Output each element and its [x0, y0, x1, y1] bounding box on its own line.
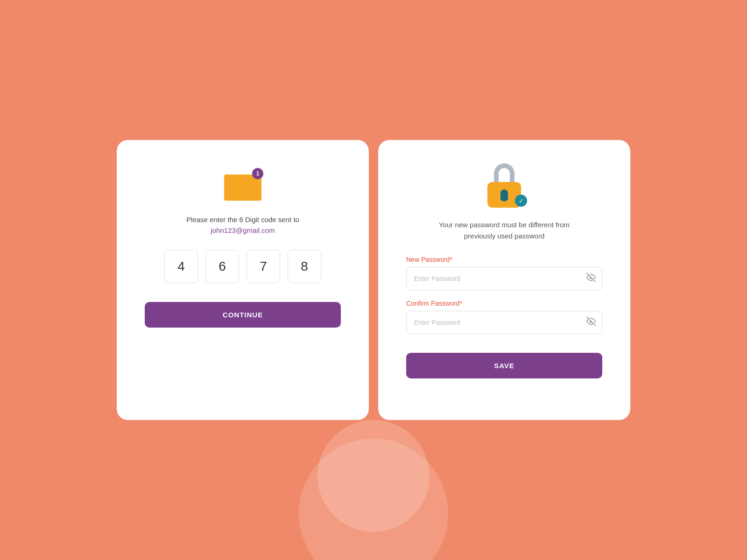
- continue-button[interactable]: CONTINUE: [145, 302, 341, 328]
- lock-keyhole: [500, 189, 508, 201]
- new-password-label: New Password*: [406, 256, 602, 263]
- new-password-group: New Password*: [406, 256, 602, 290]
- new-password-input[interactable]: [406, 267, 602, 290]
- envelope-icon: 1: [224, 168, 261, 201]
- password-card: ✓ Your new password must be different fr…: [378, 140, 630, 420]
- confirm-password-label: Confirm Password*: [406, 300, 602, 307]
- otp-digit-2[interactable]: 6: [205, 250, 239, 283]
- lock-icon-container: ✓: [483, 163, 525, 208]
- confirm-password-wrapper: [406, 311, 602, 334]
- password-description: Your new password must be different from…: [430, 219, 579, 242]
- confirm-password-group: Confirm Password*: [406, 300, 602, 334]
- notification-badge: 1: [252, 168, 263, 179]
- otp-inputs: 4 6 7 8: [164, 250, 321, 283]
- otp-digit-1[interactable]: 4: [164, 250, 198, 283]
- lock-check-badge: ✓: [515, 195, 527, 207]
- otp-email: john123@gmail.com: [211, 226, 275, 234]
- otp-digit-3[interactable]: 7: [247, 250, 280, 283]
- new-password-eye-icon[interactable]: [586, 273, 596, 285]
- otp-digit-4[interactable]: 8: [288, 250, 321, 283]
- save-button[interactable]: SAVE: [406, 353, 602, 378]
- otp-card: 1 Please enter the 6 Digit code sent to …: [117, 140, 369, 420]
- cards-container: 1 Please enter the 6 Digit code sent to …: [117, 140, 630, 420]
- password-form: New Password* Confirm Password*: [406, 256, 602, 378]
- confirm-password-eye-icon[interactable]: [586, 317, 596, 329]
- otp-description: Please enter the 6 Digit code sent to jo…: [186, 215, 299, 236]
- confirm-password-input[interactable]: [406, 311, 602, 334]
- bg-circle-small: [317, 420, 430, 532]
- new-password-wrapper: [406, 267, 602, 290]
